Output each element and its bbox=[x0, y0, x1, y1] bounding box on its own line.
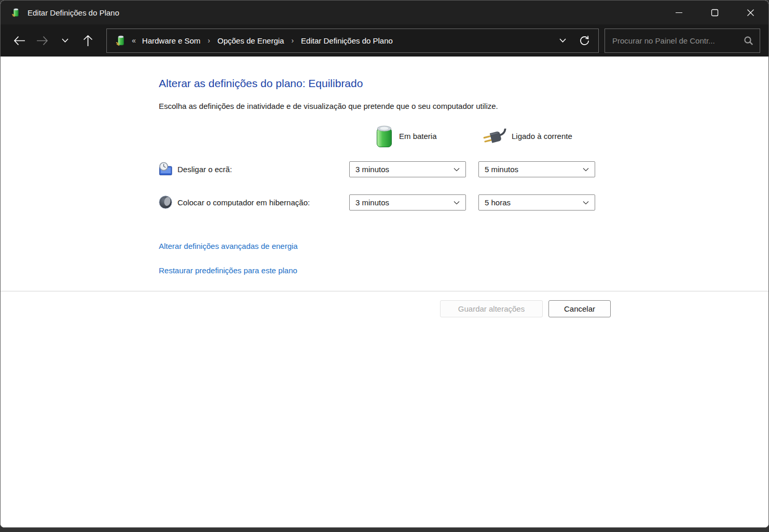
sleep-moon-icon bbox=[158, 195, 173, 209]
arrow-left-icon bbox=[13, 36, 25, 46]
plan-settings-page: Alterar as definições do plano: Equilibr… bbox=[1, 57, 768, 528]
link-advanced-power-settings[interactable]: Alterar definições avançadas de energia bbox=[159, 242, 298, 250]
page-title: Alterar as definições do plano: Equilibr… bbox=[159, 77, 363, 90]
select-value: 3 minutos bbox=[355, 198, 389, 207]
search-input[interactable] bbox=[612, 36, 739, 45]
select-display-on-battery[interactable]: 3 minutos bbox=[349, 161, 466, 177]
column-header-on-battery: Em bateria bbox=[399, 132, 437, 141]
arrow-right-icon bbox=[36, 36, 48, 46]
row-label-turn-off-display: Desligar o ecrã: bbox=[177, 165, 232, 174]
battery-icon bbox=[376, 124, 392, 148]
save-changes-button: Guardar alterações bbox=[440, 300, 543, 317]
close-button[interactable] bbox=[733, 1, 768, 24]
navigation-bar: « Hardware e Som › Opções de Energia › E… bbox=[1, 24, 768, 57]
address-bar[interactable]: « Hardware e Som › Opções de Energia › E… bbox=[106, 29, 599, 53]
window-controls bbox=[661, 1, 768, 24]
footer-divider bbox=[1, 291, 768, 291]
power-plug-icon bbox=[482, 129, 508, 146]
minimize-icon bbox=[675, 9, 683, 17]
chevron-down-icon bbox=[62, 38, 68, 43]
forward-button bbox=[31, 29, 53, 52]
close-icon bbox=[747, 9, 754, 17]
search-icon bbox=[744, 36, 753, 46]
minimize-button[interactable] bbox=[661, 1, 697, 24]
back-button[interactable] bbox=[8, 29, 31, 52]
power-plan-battery-icon bbox=[114, 34, 127, 47]
chevron-down-icon bbox=[454, 167, 460, 172]
chevron-down-icon bbox=[559, 38, 566, 43]
up-button[interactable] bbox=[76, 29, 99, 52]
refresh-button[interactable] bbox=[573, 30, 595, 51]
select-hibernate-on-battery[interactable]: 3 minutos bbox=[349, 194, 466, 211]
breadcrumb-opcoes-de-energia[interactable]: Opções de Energia bbox=[217, 36, 284, 45]
breadcrumb-editar-definicoes[interactable]: Editar Definições do Plano bbox=[301, 36, 393, 45]
power-plan-battery-icon bbox=[10, 7, 21, 18]
select-value: 5 minutos bbox=[485, 165, 518, 174]
row-label-hibernate: Colocar o computador em hibernação: bbox=[177, 198, 310, 207]
window-title: Editar Definições do Plano bbox=[28, 8, 119, 17]
link-restore-defaults[interactable]: Restaurar predefinições para este plano bbox=[159, 266, 297, 275]
select-display-plugged-in[interactable]: 5 minutos bbox=[478, 161, 595, 177]
chevron-down-icon bbox=[583, 167, 589, 172]
maximize-button[interactable] bbox=[697, 1, 733, 24]
title-bar: Editar Definições do Plano bbox=[1, 1, 768, 24]
control-panel-window: Editar Definições do Plano bbox=[0, 0, 769, 528]
refresh-icon bbox=[579, 35, 590, 46]
column-header-plugged-in: Ligado à corrente bbox=[512, 132, 572, 141]
search-box[interactable] bbox=[605, 29, 760, 53]
chevron-down-icon bbox=[454, 201, 460, 205]
select-value: 5 horas bbox=[485, 198, 511, 207]
breadcrumb-separator-icon[interactable]: › bbox=[291, 36, 294, 45]
recent-pages-button[interactable] bbox=[53, 29, 76, 52]
display-clock-icon bbox=[158, 162, 173, 176]
maximize-icon bbox=[711, 9, 719, 17]
cancel-button[interactable]: Cancelar bbox=[548, 300, 611, 317]
page-subtitle: Escolha as definições de inatividade e d… bbox=[159, 102, 498, 110]
breadcrumb-overflow-chevron[interactable]: « bbox=[132, 36, 136, 45]
chevron-down-icon bbox=[583, 201, 589, 205]
select-hibernate-plugged-in[interactable]: 5 horas bbox=[478, 194, 595, 211]
address-dropdown-button[interactable] bbox=[552, 30, 573, 51]
breadcrumb-hardware-e-som[interactable]: Hardware e Som bbox=[142, 36, 201, 45]
arrow-up-icon bbox=[83, 35, 93, 47]
breadcrumb-separator-icon[interactable]: › bbox=[208, 36, 210, 45]
select-value: 3 minutos bbox=[355, 165, 389, 174]
